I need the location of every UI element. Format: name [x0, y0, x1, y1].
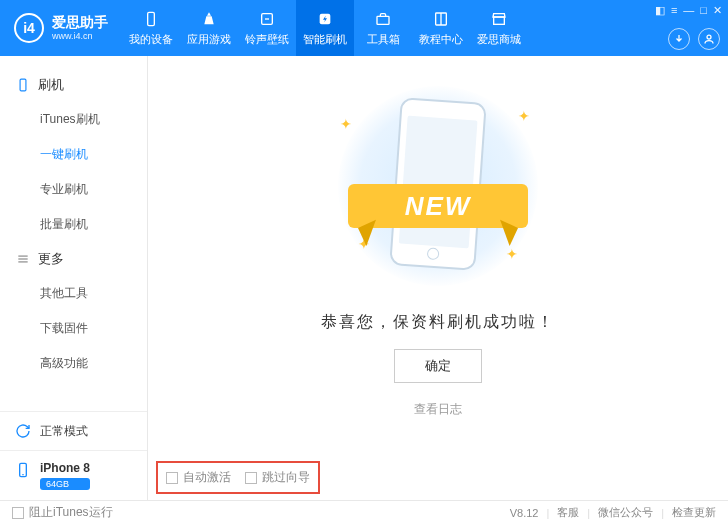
- svg-rect-0: [148, 12, 155, 25]
- logo: i4 爱思助手 www.i4.cn: [0, 13, 122, 43]
- svg-point-7: [707, 35, 711, 39]
- nav-flash[interactable]: 智能刷机: [296, 0, 354, 56]
- sidebar-item-other-tools[interactable]: 其他工具: [0, 276, 147, 311]
- ok-button[interactable]: 确定: [394, 349, 482, 383]
- phone-icon: [142, 10, 160, 28]
- device-pane[interactable]: iPhone 8 64GB: [0, 450, 147, 500]
- refresh-icon: [14, 422, 32, 440]
- nav-store[interactable]: 爱思商城: [470, 0, 528, 56]
- nav-ringtones[interactable]: 铃声壁纸: [238, 0, 296, 56]
- nav-tutorials[interactable]: 教程中心: [412, 0, 470, 56]
- storage-badge: 64GB: [40, 478, 90, 490]
- auto-activate-checkbox[interactable]: 自动激活: [166, 469, 231, 486]
- win-min-icon[interactable]: —: [683, 4, 694, 17]
- sidebar-item-advanced[interactable]: 高级功能: [0, 346, 147, 381]
- brand-url: www.i4.cn: [52, 31, 108, 42]
- win-skin-icon[interactable]: ◧: [655, 4, 665, 17]
- store-icon: [490, 10, 508, 28]
- top-nav: 我的设备 应用游戏 铃声壁纸 智能刷机 工具箱 教程中心 爱思商城: [122, 0, 528, 56]
- book-icon: [432, 10, 450, 28]
- sidebar-item-batch-flash[interactable]: 批量刷机: [0, 207, 147, 242]
- device-icon: [16, 78, 30, 92]
- flash-options: 自动激活 跳过向导: [156, 461, 320, 494]
- svg-rect-8: [20, 79, 26, 91]
- app-header: i4 爱思助手 www.i4.cn 我的设备 应用游戏 铃声壁纸 智能刷机 工具…: [0, 0, 728, 56]
- success-message: 恭喜您，保资料刷机成功啦！: [148, 312, 728, 333]
- apps-icon: [200, 10, 218, 28]
- section-flash[interactable]: 刷机: [0, 68, 147, 102]
- sidebar-item-download-firmware[interactable]: 下载固件: [0, 311, 147, 346]
- win-max-icon[interactable]: □: [700, 4, 707, 17]
- toolbox-icon: [374, 10, 392, 28]
- window-controls: ◧ ≡ — □ ✕: [655, 4, 722, 17]
- mode-pane[interactable]: 正常模式: [0, 411, 147, 450]
- nav-apps[interactable]: 应用游戏: [180, 0, 238, 56]
- update-link[interactable]: 检查更新: [672, 505, 716, 520]
- mode-label: 正常模式: [40, 423, 88, 440]
- wechat-link[interactable]: 微信公众号: [598, 505, 653, 520]
- svg-rect-6: [494, 17, 505, 24]
- checkbox-icon: [12, 507, 24, 519]
- content-area: ✦ ✦ ✦ ✦ NEW 恭喜您，保资料刷机成功啦！ 确定 查看日志 自动激活 跳…: [148, 56, 728, 500]
- version-label: V8.12: [510, 507, 539, 519]
- device-name: iPhone 8: [40, 461, 90, 475]
- block-itunes-checkbox[interactable]: 阻止iTunes运行: [12, 504, 113, 521]
- flash-icon: [316, 10, 334, 28]
- more-icon: [16, 252, 30, 266]
- skip-guide-checkbox[interactable]: 跳过向导: [245, 469, 310, 486]
- win-close-icon[interactable]: ✕: [713, 4, 722, 17]
- section-more[interactable]: 更多: [0, 242, 147, 276]
- nav-toolbox[interactable]: 工具箱: [354, 0, 412, 56]
- brand-name: 爱思助手: [52, 14, 108, 31]
- device-phone-icon: [14, 461, 32, 479]
- view-log-link[interactable]: 查看日志: [148, 401, 728, 418]
- svg-rect-3: [377, 16, 389, 24]
- ribbon-new: NEW: [348, 184, 528, 228]
- user-icon[interactable]: [698, 28, 720, 50]
- sidebar-item-oneclick-flash[interactable]: 一键刷机: [0, 137, 147, 172]
- sidebar-item-itunes-flash[interactable]: iTunes刷机: [0, 102, 147, 137]
- win-menu-icon[interactable]: ≡: [671, 4, 677, 17]
- download-icon[interactable]: [668, 28, 690, 50]
- logo-icon: i4: [14, 13, 44, 43]
- sidebar: 刷机 iTunes刷机 一键刷机 专业刷机 批量刷机 更多 其他工具 下载固件 …: [0, 56, 148, 500]
- status-bar: 阻止iTunes运行 V8.12 | 客服 | 微信公众号 | 检查更新: [0, 500, 728, 524]
- support-link[interactable]: 客服: [557, 505, 579, 520]
- nav-my-device[interactable]: 我的设备: [122, 0, 180, 56]
- music-icon: [258, 10, 276, 28]
- success-illustration: ✦ ✦ ✦ ✦ NEW: [328, 86, 548, 286]
- checkbox-icon: [245, 472, 257, 484]
- sidebar-item-pro-flash[interactable]: 专业刷机: [0, 172, 147, 207]
- checkbox-icon: [166, 472, 178, 484]
